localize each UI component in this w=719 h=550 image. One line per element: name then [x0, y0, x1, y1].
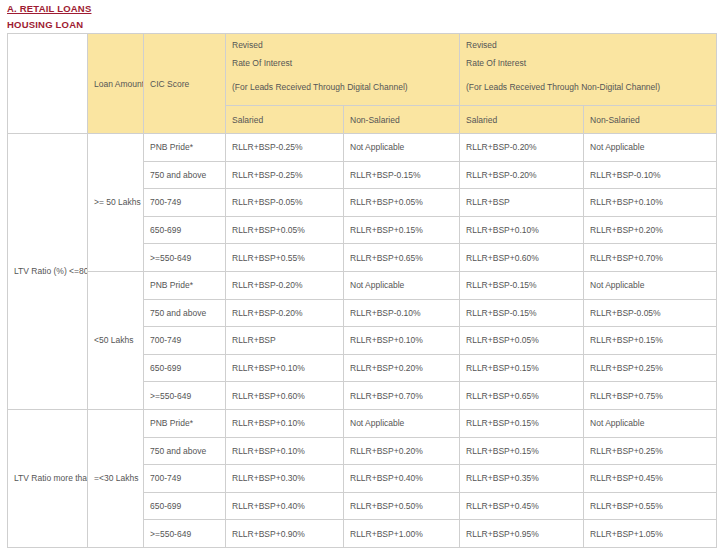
rate-non-digital-salaried-cell: RLLR+BSP+0.95% — [460, 520, 584, 548]
rate-digital-non-salaried-cell: RLLR+BSP+0.50% — [344, 492, 460, 520]
table-row: LTV Ratio (%) <=80>= 50 LakhsPNB Pride*R… — [8, 134, 717, 162]
rate-non-digital-non-salaried-cell: RLLR+BSP+0.45% — [584, 465, 717, 493]
non-digital-header-line1: Revised — [466, 40, 710, 51]
digital-channel-header: Revised Rate Of Interest (For Leads Rece… — [226, 34, 460, 106]
rate-digital-non-salaried-cell: RLLR+BSP+0.10% — [344, 327, 460, 355]
digital-non-salaried-header: Non-Salaried — [344, 106, 460, 134]
rate-non-digital-non-salaried-cell: RLLR+BSP+0.15% — [584, 327, 717, 355]
loan-amount-cell: <50 Lakhs — [88, 271, 144, 409]
cic-score-cell: >=550-649 — [144, 244, 226, 272]
rate-digital-non-salaried-cell: Not Applicable — [344, 134, 460, 162]
rate-digital-salaried-cell: RLLR+BSP+0.90% — [226, 520, 344, 548]
housing-loan-rates-table: Loan Amount CIC Score Revised Rate Of In… — [7, 33, 717, 548]
rate-digital-non-salaried-cell: RLLR+BSP-0.15% — [344, 161, 460, 189]
rate-digital-non-salaried-cell: RLLR+BSP+0.20% — [344, 354, 460, 382]
rate-digital-salaried-cell: RLLR+BSP+0.55% — [226, 244, 344, 272]
cic-score-cell: >=550-649 — [144, 382, 226, 410]
rate-non-digital-salaried-cell: RLLR+BSP+0.45% — [460, 492, 584, 520]
cic-score-cell: 750 and above — [144, 161, 226, 189]
digital-header-line2: Rate Of Interest — [232, 58, 453, 69]
rate-non-digital-salaried-cell: RLLR+BSP+0.15% — [460, 354, 584, 382]
rate-digital-salaried-cell: RLLR+BSP+0.10% — [226, 409, 344, 437]
rate-digital-salaried-cell: RLLR+BSP-0.20% — [226, 271, 344, 299]
rate-non-digital-non-salaried-cell: RLLR+BSP+0.25% — [584, 354, 717, 382]
rate-non-digital-non-salaried-cell: RLLR+BSP+0.75% — [584, 382, 717, 410]
table-row: LTV Ratio more than 80%=<30 LakhsPNB Pri… — [8, 409, 717, 437]
rate-digital-salaried-cell: RLLR+BSP+0.05% — [226, 216, 344, 244]
rate-digital-salaried-cell: RLLR+BSP — [226, 327, 344, 355]
rate-digital-salaried-cell: RLLR+BSP+0.10% — [226, 354, 344, 382]
cic-score-header: CIC Score — [144, 34, 226, 134]
rate-non-digital-salaried-cell: RLLR+BSP — [460, 189, 584, 217]
non-digital-header-line2: Rate Of Interest — [466, 58, 710, 69]
rate-non-digital-non-salaried-cell: Not Applicable — [584, 134, 717, 162]
rate-digital-non-salaried-cell: Not Applicable — [344, 271, 460, 299]
rate-digital-salaried-cell: RLLR+BSP+0.10% — [226, 437, 344, 465]
rate-non-digital-salaried-cell: RLLR+BSP-0.20% — [460, 134, 584, 162]
rate-non-digital-salaried-cell: RLLR+BSP+0.60% — [460, 244, 584, 272]
loan-amount-cell: =<30 Lakhs — [88, 409, 144, 547]
rate-digital-salaried-cell: RLLR+BSP-0.25% — [226, 134, 344, 162]
cic-score-cell: PNB Pride* — [144, 271, 226, 299]
rate-digital-non-salaried-cell: RLLR+BSP+0.65% — [344, 244, 460, 272]
digital-header-line3: (For Leads Received Through Digital Chan… — [232, 82, 453, 93]
rate-digital-non-salaried-cell: RLLR+BSP+0.05% — [344, 189, 460, 217]
rates-table-body: LTV Ratio (%) <=80>= 50 LakhsPNB Pride*R… — [8, 134, 717, 548]
section-title-retail-loans: A. RETAIL LOANS — [7, 3, 91, 14]
rate-digital-non-salaried-cell: RLLR+BSP+0.40% — [344, 465, 460, 493]
cic-score-cell: 700-749 — [144, 465, 226, 493]
rate-non-digital-non-salaried-cell: RLLR+BSP+0.70% — [584, 244, 717, 272]
rate-digital-non-salaried-cell: RLLR+BSP+1.00% — [344, 520, 460, 548]
table-row: <50 LakhsPNB Pride*RLLR+BSP-0.20%Not App… — [8, 271, 717, 299]
rate-non-digital-non-salaried-cell: RLLR+BSP+0.55% — [584, 492, 717, 520]
loan-amount-header: Loan Amount — [88, 34, 144, 134]
ltv-ratio-cell: LTV Ratio (%) <=80 — [8, 134, 88, 410]
rate-non-digital-non-salaried-cell: RLLR+BSP+0.25% — [584, 437, 717, 465]
non-digital-header-line3: (For Leads Received Through Non-Digital … — [466, 82, 710, 93]
rate-digital-non-salaried-cell: RLLR+BSP+0.20% — [344, 437, 460, 465]
non-digital-non-salaried-header: Non-Salaried — [584, 106, 717, 134]
rate-non-digital-non-salaried-cell: RLLR+BSP-0.10% — [584, 161, 717, 189]
digital-header-line1: Revised — [232, 40, 453, 51]
rate-digital-salaried-cell: RLLR+BSP-0.05% — [226, 189, 344, 217]
cic-score-cell: 650-699 — [144, 492, 226, 520]
section-title-housing-loan: HOUSING LOAN — [7, 19, 83, 30]
cic-score-cell: PNB Pride* — [144, 134, 226, 162]
rate-non-digital-salaried-cell: RLLR+BSP+0.15% — [460, 409, 584, 437]
rate-digital-non-salaried-cell: RLLR+BSP-0.10% — [344, 299, 460, 327]
rate-non-digital-non-salaried-cell: Not Applicable — [584, 409, 717, 437]
cic-score-cell: 650-699 — [144, 216, 226, 244]
rate-digital-salaried-cell: RLLR+BSP-0.20% — [226, 299, 344, 327]
ltv-ratio-header-cell — [8, 34, 88, 134]
rate-non-digital-non-salaried-cell: RLLR+BSP+0.20% — [584, 216, 717, 244]
rate-non-digital-non-salaried-cell: Not Applicable — [584, 271, 717, 299]
rate-non-digital-salaried-cell: RLLR+BSP+0.65% — [460, 382, 584, 410]
rate-non-digital-salaried-cell: RLLR+BSP+0.05% — [460, 327, 584, 355]
rate-digital-non-salaried-cell: Not Applicable — [344, 409, 460, 437]
rate-non-digital-non-salaried-cell: RLLR+BSP+1.05% — [584, 520, 717, 548]
rate-digital-salaried-cell: RLLR+BSP-0.25% — [226, 161, 344, 189]
rate-non-digital-non-salaried-cell: RLLR+BSP-0.05% — [584, 299, 717, 327]
page: A. RETAIL LOANS HOUSING LOAN Loan Amount… — [0, 0, 719, 550]
ltv-ratio-cell: LTV Ratio more than 80% — [8, 409, 88, 547]
loan-amount-cell: >= 50 Lakhs — [88, 134, 144, 272]
cic-score-cell: 750 and above — [144, 437, 226, 465]
rate-non-digital-salaried-cell: RLLR+BSP-0.15% — [460, 271, 584, 299]
rate-digital-salaried-cell: RLLR+BSP+0.40% — [226, 492, 344, 520]
non-digital-channel-header: Revised Rate Of Interest (For Leads Rece… — [460, 34, 717, 106]
cic-score-cell: >=550-649 — [144, 520, 226, 548]
rate-non-digital-salaried-cell: RLLR+BSP+0.10% — [460, 216, 584, 244]
cic-score-cell: 700-749 — [144, 189, 226, 217]
cic-score-cell: 650-699 — [144, 354, 226, 382]
rate-digital-salaried-cell: RLLR+BSP+0.30% — [226, 465, 344, 493]
rate-digital-non-salaried-cell: RLLR+BSP+0.70% — [344, 382, 460, 410]
rate-non-digital-salaried-cell: RLLR+BSP-0.15% — [460, 299, 584, 327]
rate-non-digital-non-salaried-cell: RLLR+BSP+0.10% — [584, 189, 717, 217]
cic-score-cell: 700-749 — [144, 327, 226, 355]
digital-salaried-header: Salaried — [226, 106, 344, 134]
cic-score-cell: PNB Pride* — [144, 409, 226, 437]
non-digital-salaried-header: Salaried — [460, 106, 584, 134]
rate-non-digital-salaried-cell: RLLR+BSP+0.35% — [460, 465, 584, 493]
rate-non-digital-salaried-cell: RLLR+BSP+0.15% — [460, 437, 584, 465]
cic-score-cell: 750 and above — [144, 299, 226, 327]
